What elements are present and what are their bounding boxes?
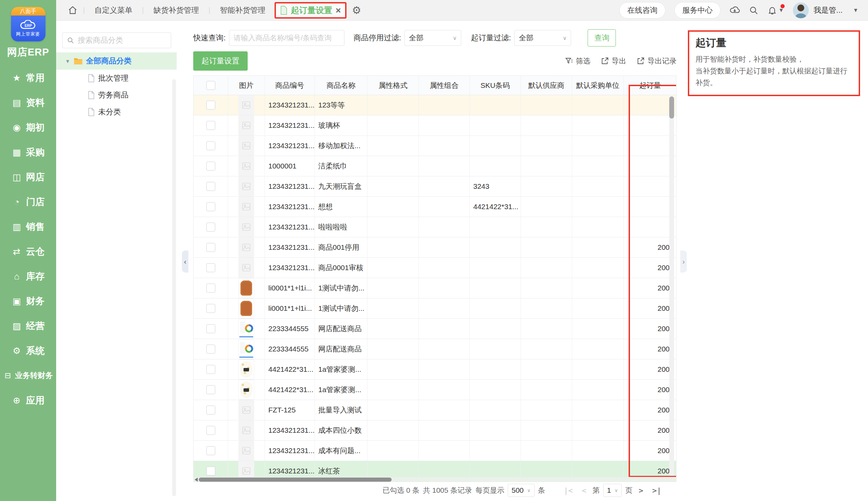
export-button[interactable]: 导出 bbox=[601, 56, 626, 66]
row-checkbox[interactable] bbox=[206, 345, 215, 354]
product-image[interactable] bbox=[238, 298, 254, 318]
product-image[interactable] bbox=[238, 258, 254, 278]
home-icon[interactable] bbox=[68, 6, 78, 15]
product-image[interactable] bbox=[238, 420, 254, 440]
notification-bell-icon[interactable]: ▼ bbox=[767, 6, 784, 15]
sidebar-item-inventory[interactable]: ⌂ 库存 bbox=[0, 264, 56, 289]
sidebar-item-online-shop[interactable]: ◫ 网店 bbox=[0, 165, 56, 190]
table-row[interactable]: 1234321231... 啦啦啦啦 bbox=[194, 217, 676, 237]
page-select[interactable]: 1 ∨ bbox=[603, 484, 622, 497]
online-consult-button[interactable]: 在线咨询 bbox=[619, 2, 665, 19]
sidebar-item-system[interactable]: ⚙ 系统 bbox=[0, 338, 56, 363]
table-row[interactable]: 1234321231... 想想 4421422*31... bbox=[194, 197, 676, 217]
category-search-box[interactable] bbox=[62, 32, 171, 48]
row-checkbox[interactable] bbox=[206, 304, 215, 313]
product-image[interactable] bbox=[238, 319, 254, 339]
table-row[interactable]: 1234321231... 玻璃杯 bbox=[194, 115, 676, 136]
product-image[interactable] bbox=[238, 176, 254, 196]
gear-icon[interactable]: ⚙ bbox=[352, 4, 361, 16]
table-row[interactable]: 1234321231... 移动加权法... bbox=[194, 136, 676, 156]
sidebar-item-apps[interactable]: ⊕ 应用 bbox=[0, 388, 56, 413]
product-image[interactable] bbox=[238, 115, 254, 135]
row-checkbox[interactable] bbox=[206, 121, 215, 130]
scrollbar-thumb[interactable] bbox=[199, 478, 392, 482]
prev-page-button[interactable]: < bbox=[579, 486, 589, 495]
sidebar-item-finance[interactable]: ▣ 财务 bbox=[0, 289, 56, 314]
product-image[interactable] bbox=[238, 461, 254, 477]
sidebar-item-operations[interactable]: ▨ 经营 bbox=[0, 314, 56, 338]
table-row[interactable]: li0001*1+l1i... 1测试中请勿... 200 bbox=[194, 278, 676, 298]
table-row[interactable]: 1234321231... 商品001停用 200 bbox=[194, 237, 676, 258]
next-page-button[interactable]: > bbox=[636, 486, 646, 495]
row-checkbox[interactable] bbox=[206, 284, 215, 293]
menu-custom[interactable]: 自定义菜单 bbox=[90, 5, 136, 16]
export-log-button[interactable]: 导出记录 bbox=[637, 56, 676, 66]
product-image[interactable] bbox=[238, 278, 254, 298]
row-checkbox[interactable] bbox=[206, 406, 215, 415]
horizontal-scrollbar[interactable] bbox=[193, 477, 676, 482]
table-row[interactable]: 4421422*31... 1a管家婆测... 200 bbox=[194, 380, 676, 400]
sidebar-item-star[interactable]: ★ 常用 bbox=[0, 65, 56, 90]
chevron-down-icon[interactable]: ▼ bbox=[853, 7, 858, 13]
row-checkbox[interactable] bbox=[206, 101, 215, 110]
product-image[interactable] bbox=[238, 237, 254, 257]
product-image[interactable] bbox=[238, 197, 254, 217]
close-tab-icon[interactable]: × bbox=[336, 6, 341, 15]
row-checkbox[interactable] bbox=[206, 223, 215, 232]
table-row[interactable]: 1234321231... 商品0001审核 200 bbox=[194, 258, 676, 278]
table-row[interactable]: 1234321231... 成本四位小数 200 bbox=[194, 420, 676, 441]
menu-stockout-replenish[interactable]: 缺货补货管理 bbox=[149, 5, 203, 16]
sidebar-item-store[interactable]: ◔ 门店 bbox=[0, 190, 56, 214]
tree-item-batch-management[interactable]: 批次管理 bbox=[62, 70, 177, 86]
sidebar-item-cloud-warehouse[interactable]: ⇄ 云仓 bbox=[0, 239, 56, 264]
table-row[interactable]: 4421422*31... 1a管家婆测... 200 bbox=[194, 359, 676, 380]
table-row[interactable]: FZT-125 批量导入测试 200 bbox=[194, 400, 676, 420]
sidebar-item-biz-to-finance[interactable]: ⊟ 业务转财务 bbox=[0, 363, 56, 388]
collapse-panel-handle[interactable]: ‹ bbox=[182, 250, 188, 273]
table-row[interactable]: 1234321231... 冰红茶 200 bbox=[194, 461, 676, 477]
row-checkbox[interactable] bbox=[206, 385, 215, 394]
scroll-left-arrow[interactable] bbox=[193, 477, 199, 482]
set-moq-button[interactable]: 起订量设置 bbox=[193, 51, 248, 71]
sidebar-item-opening-balance[interactable]: ◉ 期初 bbox=[0, 115, 56, 140]
app-logo[interactable]: 八面手 ERP 网上管家婆 bbox=[11, 7, 45, 41]
product-image[interactable] bbox=[238, 156, 254, 176]
tree-item-all-categories[interactable]: ▼ 全部商品分类 bbox=[56, 52, 177, 70]
row-checkbox[interactable] bbox=[206, 162, 215, 171]
row-checkbox[interactable] bbox=[206, 365, 215, 374]
last-page-button[interactable]: >| bbox=[650, 486, 664, 495]
row-checkbox[interactable] bbox=[206, 202, 215, 211]
vertical-scrollbar[interactable] bbox=[669, 96, 674, 477]
sidebar-item-sales[interactable]: ▥ 销售 bbox=[0, 214, 56, 239]
moq-filter-select[interactable]: 全部 ∨ bbox=[514, 30, 571, 46]
menu-smart-replenish[interactable]: 智能补货管理 bbox=[216, 5, 270, 16]
service-center-button[interactable]: 服务中心 bbox=[674, 2, 721, 19]
table-row[interactable]: 1234321231... 九天潮玩盲盒 3243 bbox=[194, 176, 676, 197]
filter-button[interactable]: 筛选 bbox=[565, 56, 590, 66]
avatar[interactable] bbox=[793, 2, 809, 18]
product-image[interactable] bbox=[238, 380, 254, 400]
cloud-download-icon[interactable] bbox=[730, 5, 740, 16]
product-image[interactable] bbox=[238, 441, 254, 461]
row-checkbox[interactable] bbox=[206, 243, 215, 252]
first-page-button[interactable]: |< bbox=[561, 486, 576, 495]
table-row[interactable]: 1000001 洁柔纸巾 bbox=[194, 156, 676, 176]
per-page-select[interactable]: 500 ∨ bbox=[508, 484, 534, 497]
table-row[interactable]: 1234321231... 123等等 bbox=[194, 95, 676, 115]
row-checkbox[interactable] bbox=[206, 446, 215, 455]
search-icon[interactable] bbox=[749, 6, 758, 15]
scrollbar-thumb[interactable] bbox=[669, 96, 674, 119]
disable-filter-select[interactable]: 全部 ∨ bbox=[404, 30, 461, 46]
product-image[interactable] bbox=[238, 95, 254, 115]
product-image[interactable] bbox=[238, 339, 254, 359]
category-scrollbar[interactable] bbox=[172, 79, 176, 496]
product-image[interactable] bbox=[238, 400, 254, 420]
row-checkbox[interactable] bbox=[206, 426, 215, 435]
query-button[interactable]: 查询 bbox=[588, 29, 616, 47]
expand-panel-handle[interactable]: › bbox=[680, 250, 687, 273]
product-image[interactable] bbox=[238, 359, 254, 379]
category-search-input[interactable] bbox=[78, 36, 167, 45]
row-checkbox[interactable] bbox=[206, 182, 215, 191]
sidebar-item-purchase[interactable]: ▦ 采购 bbox=[0, 140, 56, 165]
table-row[interactable]: 2233344555 网店配送商品 200 bbox=[194, 319, 676, 339]
